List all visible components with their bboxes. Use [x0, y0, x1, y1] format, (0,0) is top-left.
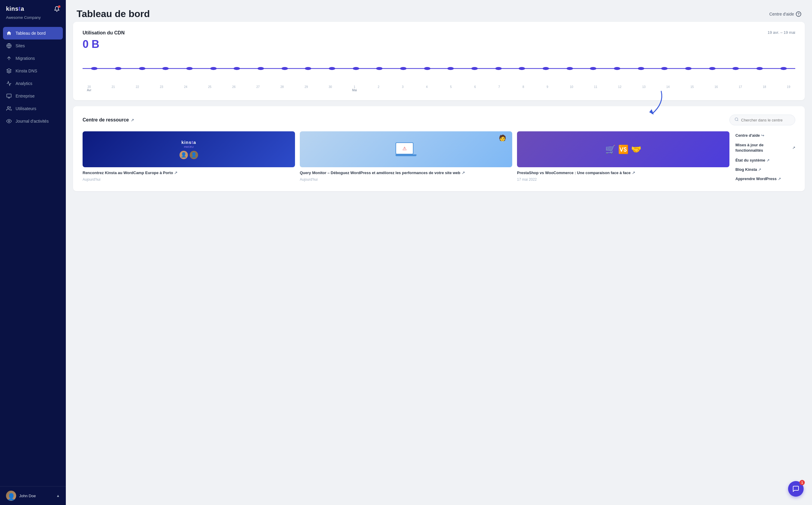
chart-label-16: 16 [711, 85, 721, 92]
avatar [6, 491, 16, 501]
article-title-3: PrestaShop vs WooCommerce : Une comparai… [517, 170, 729, 176]
article-card-2[interactable]: ⚠ 🧑 Query Monitor – Déboguez WordPress e… [300, 131, 512, 183]
external-link-icon: ↪ [761, 133, 764, 138]
cdn-date-range: 19 avr. – 19 mai [768, 30, 796, 35]
nav-label: Utilisateurs [16, 106, 36, 111]
nav-label: Analytics [16, 81, 32, 86]
svg-point-14 [210, 67, 217, 70]
external-link-icon: ↗ [767, 158, 770, 162]
sidebar-item-sites[interactable]: Sites [0, 39, 66, 52]
nav-label: Tableau de bord [16, 31, 45, 36]
resource-link-centre-aide[interactable]: Centre d'aide ↪ [736, 131, 795, 139]
chart-label-10: 10 [566, 85, 577, 92]
svg-point-17 [282, 67, 288, 70]
nav-label: Migrations [16, 56, 35, 61]
svg-point-9 [91, 67, 98, 70]
sidebar-item-entreprise[interactable]: Entreprise [0, 90, 66, 102]
chart-label-18: 18 [759, 85, 770, 92]
user-footer[interactable]: John Doe ▲ [0, 486, 66, 505]
resource-link-blog-kinsta[interactable]: Blog Kinsta ↗ [736, 165, 795, 174]
sidebar-item-kinsta-dns[interactable]: Kinsta DNS [0, 64, 66, 77]
article-card-1[interactable]: kinsta #WCEU 👤 👤 Rencontrez Kinsta au Wo… [83, 131, 295, 183]
sidebar-item-utilisateurs[interactable]: Utilisateurs [0, 102, 66, 115]
resource-links: Centre d'aide ↪ Mises à jour de fonction… [736, 131, 795, 183]
chevron-up-icon: ▲ [56, 494, 60, 498]
article-card-3[interactable]: 🛒 🆚 🤝 PrestaShop vs WooCommerce : Une co… [517, 131, 729, 183]
chart-label-2: 2 [373, 85, 384, 92]
resource-search-box[interactable] [729, 115, 795, 125]
home-icon [6, 30, 12, 36]
company-name: Awesome Company [0, 15, 66, 24]
chart-label-4: 4 [422, 85, 432, 92]
resource-link-apprendre-wordpress[interactable]: Apprendre WordPress ↗ [736, 175, 795, 183]
chart-label-29: 29 [301, 85, 311, 92]
svg-point-38 [780, 67, 787, 70]
chart-label-22: 22 [132, 85, 143, 92]
chart-label-21: 21 [108, 85, 119, 92]
svg-point-24 [447, 67, 454, 70]
resource-title: Centre de ressource ↗ [83, 117, 134, 123]
resource-content: kinsta #WCEU 👤 👤 Rencontrez Kinsta au Wo… [83, 131, 795, 183]
bell-icon[interactable] [54, 6, 60, 12]
chart-label-15: 15 [687, 85, 697, 92]
article-title-1: Rencontrez Kinsta au WordCamp Europe à P… [83, 170, 295, 176]
chart-label-8: 8 [518, 85, 529, 92]
sidebar-item-journal-activites[interactable]: Journal d'activités [0, 115, 66, 128]
svg-point-37 [756, 67, 763, 70]
cdn-chart: 20 Avr 21 22 23 24 25 26 27 28 29 30 1 M… [83, 56, 795, 92]
svg-point-7 [8, 121, 10, 122]
svg-point-22 [400, 67, 407, 70]
search-input[interactable] [741, 118, 790, 122]
chart-label-1: 1 [349, 85, 360, 89]
external-link-icon: ↗ [758, 168, 761, 172]
cdn-card: Utilisation du CDN 19 avr. – 19 mai 0 B [73, 22, 805, 100]
chart-sublabel-avr: Avr [84, 89, 95, 92]
chart-label-28: 28 [277, 85, 288, 92]
article-date-1: Aujourd'hui [83, 177, 295, 182]
help-link[interactable]: Centre d'aide ? [769, 11, 801, 17]
svg-point-30 [590, 67, 597, 70]
chart-icon [6, 80, 12, 87]
sidebar-item-tableau-de-bord[interactable]: Tableau de bord [3, 27, 63, 39]
help-icon: ? [796, 11, 801, 17]
sidebar-item-migrations[interactable]: Migrations [0, 52, 66, 64]
building-icon [6, 93, 12, 99]
svg-point-32 [638, 67, 644, 70]
main-content-area: Utilisation du CDN 19 avr. – 19 mai 0 B [66, 22, 812, 197]
search-icon [735, 117, 739, 123]
external-icon: ↗ [462, 170, 465, 176]
sidebar-header: kinsta [0, 0, 66, 15]
chat-button[interactable]: 1 [788, 481, 804, 497]
article-thumbnail-3: 🛒 🆚 🤝 [517, 131, 729, 167]
svg-point-12 [162, 67, 169, 70]
svg-point-25 [471, 67, 478, 70]
migrations-icon [6, 55, 12, 61]
page-title: Tableau de bord [76, 8, 150, 19]
svg-point-18 [305, 67, 311, 70]
svg-line-41 [738, 120, 739, 121]
svg-point-33 [661, 67, 668, 70]
articles-grid: kinsta #WCEU 👤 👤 Rencontrez Kinsta au Wo… [83, 131, 729, 183]
chart-label-20: 20 [84, 85, 95, 89]
sidebar-item-analytics[interactable]: Analytics [0, 77, 66, 90]
chart-label-11: 11 [590, 85, 601, 92]
resource-link-etat-systeme[interactable]: État du système ↗ [736, 156, 795, 164]
chart-label-25: 25 [204, 85, 215, 92]
resource-link-mises-a-jour[interactable]: Mises à jour de fonctionnalités ↗ [736, 141, 795, 155]
nav-label: Journal d'activités [16, 119, 49, 124]
cdn-title: Utilisation du CDN [83, 30, 125, 36]
sidebar-nav: Tableau de bord Sites Migrations Kinsta … [0, 24, 66, 486]
article-title-2: Query Monitor – Déboguez WordPress et am… [300, 170, 512, 176]
svg-point-35 [709, 67, 716, 70]
chart-label-12: 12 [614, 85, 625, 92]
article-thumbnail-1: kinsta #WCEU 👤 👤 [83, 131, 295, 167]
resource-header: Centre de ressource ↗ [83, 115, 795, 125]
main-content: Tableau de bord Centre d'aide ? Utilisat… [66, 0, 812, 505]
svg-point-13 [186, 67, 193, 70]
nav-label: Sites [16, 43, 25, 48]
chart-label-3: 3 [397, 85, 408, 92]
svg-point-19 [329, 67, 335, 70]
dns-icon [6, 68, 12, 74]
globe-icon [6, 43, 12, 49]
chart-label-30: 30 [325, 85, 336, 92]
